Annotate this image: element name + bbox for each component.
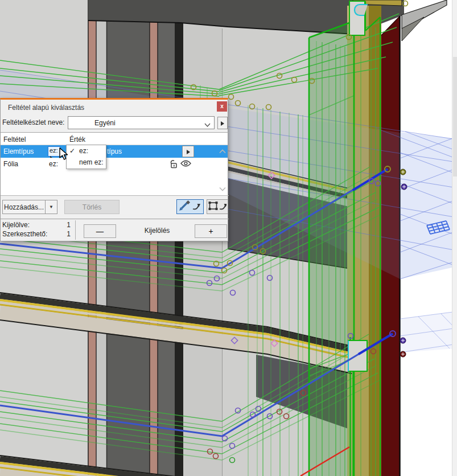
column-header-criterion: Feltétel <box>3 136 26 143</box>
row-value-fragment: típus <box>107 147 122 155</box>
marquee-icon <box>208 200 227 212</box>
flyout-arrow-icon <box>221 121 224 126</box>
flyout-arrow-icon <box>187 150 190 154</box>
curved-arrow-icon <box>220 205 225 209</box>
row-operator: ez: <box>49 160 58 168</box>
marquee-settings-button[interactable] <box>207 199 228 214</box>
separator <box>1 219 229 219</box>
eyedropper-icon <box>178 200 202 212</box>
scroll-up-icon[interactable] <box>219 147 226 155</box>
deselect-button[interactable]: — <box>84 224 116 238</box>
editable-count-label: Szerkeszthető: <box>2 230 47 238</box>
dialog-title: Feltétel alapú kiválasztás <box>8 104 84 112</box>
table-row-folia[interactable]: Fólia ez: <box>1 158 228 170</box>
pickup-settings-button[interactable] <box>176 199 204 214</box>
popup-item-ez[interactable]: ✓ ez: <box>67 145 106 157</box>
delete-button[interactable]: Törlés <box>64 200 120 214</box>
close-button[interactable]: x <box>217 101 227 112</box>
unlock-icon <box>170 159 178 170</box>
operator-dropdown-button[interactable]: ez: <box>48 146 60 157</box>
table-row-elemtipus[interactable]: Elemtípus ez: típus <box>1 145 228 158</box>
criteria-set-flyout-button[interactable] <box>217 117 228 129</box>
select-button[interactable]: + <box>195 224 227 238</box>
eye-icon <box>180 160 191 169</box>
selection-dialog: Feltétel alapú kiválasztás x Feltételkés… <box>0 98 228 241</box>
popup-item-nem-ez[interactable]: nem ez: <box>67 157 106 168</box>
separator <box>1 195 229 196</box>
operator-popup-menu: ✓ ez: nem ez: <box>66 145 106 169</box>
divider <box>75 220 76 240</box>
add-button[interactable]: Hozzáadás... <box>2 200 46 214</box>
editable-count-value: 1 <box>55 230 71 238</box>
row-name: Elemtípus <box>3 147 34 155</box>
column-header-value: Érték <box>69 136 85 143</box>
criteria-list: Feltétel Érték Elemtípus ez: típus Fólia… <box>1 133 228 195</box>
app-screen: Feltétel alapú kiválasztás x Feltételkés… <box>0 0 457 476</box>
criteria-set-label: Feltételkészlet neve: <box>2 118 64 126</box>
checkmark-icon: ✓ <box>69 145 75 157</box>
chevron-down-icon <box>204 121 211 129</box>
scroll-down-icon[interactable] <box>219 185 226 193</box>
add-dropdown-button[interactable]: ▼ <box>45 200 57 214</box>
selected-count-label: Kijelölve: <box>2 221 30 229</box>
row-name: Fólia <box>3 160 18 168</box>
row-flyout-button[interactable] <box>183 146 193 157</box>
selection-label: Kijelölés <box>131 227 183 235</box>
curved-arrow-icon <box>193 205 199 209</box>
viewport-scrollbar[interactable] <box>452 0 457 476</box>
criteria-set-value: Egyéni <box>94 119 116 127</box>
viewport-scrollbar-thumb[interactable] <box>453 57 457 177</box>
criteria-set-combobox[interactable]: Egyéni <box>68 116 215 129</box>
selected-count-value: 1 <box>55 221 71 229</box>
selected-panel-overlay <box>309 20 354 476</box>
